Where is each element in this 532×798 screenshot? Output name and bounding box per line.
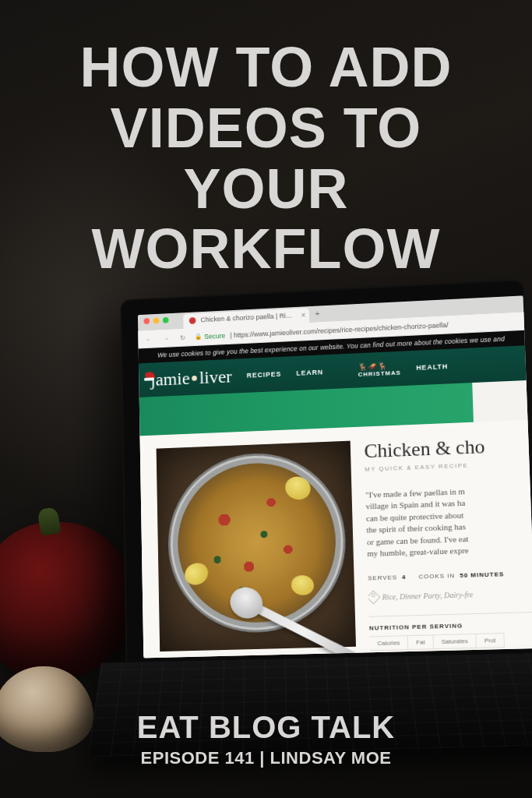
- nav-learn[interactable]: LEARN: [296, 369, 323, 377]
- nutrition-cell: Fat: [407, 635, 434, 651]
- promo-graphic: HOW TO ADD VIDEOS TO YOUR WORKFLOW Chick…: [0, 0, 532, 798]
- maximize-window-icon[interactable]: [163, 317, 169, 323]
- nav-christmas-label: CHRISTMAS: [358, 369, 401, 378]
- nav-recipes[interactable]: RECIPES: [247, 370, 282, 380]
- headline-line-3: WORKFLOW: [31, 219, 501, 280]
- cooks-label: COOKS IN: [418, 573, 455, 581]
- recipe-meta: SERVES 4 COOKS IN 50 MINUTES: [368, 570, 532, 582]
- nav-christmas[interactable]: 🦌🛷🦌 CHRISTMAS: [358, 361, 401, 378]
- tag-icon: [366, 591, 380, 605]
- nav-health[interactable]: HEALTH: [416, 362, 448, 372]
- nutrition-cell: Saturates: [432, 634, 477, 649]
- logo-text-1: jamie: [150, 368, 190, 390]
- footer: EAT BLOG TALK EPISODE 141 | LINDSAY MOE: [0, 710, 532, 768]
- close-window-icon[interactable]: [144, 318, 150, 324]
- cooks-value: 50 MINUTES: [460, 571, 504, 580]
- recipe-title: Chicken & cho: [364, 433, 529, 463]
- recipe-photo: [157, 441, 356, 651]
- close-tab-icon[interactable]: ×: [301, 311, 305, 320]
- brand-name: EAT BLOG TALK: [0, 710, 532, 745]
- tab-title: Chicken & chorizo paella | Ri…: [200, 312, 292, 323]
- lemon-wedge-icon: [181, 559, 211, 588]
- logo-text-2: liver: [199, 366, 232, 388]
- recipe-page: Chicken & cho MY QUICK & EASY RECIPE "I'…: [140, 420, 532, 659]
- nutrition-cell: Prot: [475, 633, 504, 648]
- secure-label: Secure: [204, 332, 225, 341]
- laptop-screen-bezel: Chicken & chorizo paella | Ri… × + ← → ↻…: [120, 279, 532, 672]
- headline: HOW TO ADD VIDEOS TO YOUR WORKFLOW: [0, 37, 532, 280]
- recipe-text-column: Chicken & cho MY QUICK & EASY RECIPE "I'…: [364, 433, 532, 652]
- window-controls[interactable]: [144, 317, 169, 324]
- lemon-wedge-icon: [290, 574, 315, 596]
- recipe-intro-quote: "I've made a few paellas in m village in…: [365, 483, 532, 560]
- recipe-tags[interactable]: Rice, Dinner Party, Dairy-fre: [368, 588, 532, 602]
- divider: [369, 612, 532, 617]
- episode-line: EPISODE 141 | LINDSAY MOE: [0, 748, 532, 768]
- headline-line-2: VIDEOS TO YOUR: [31, 98, 501, 220]
- recipe-tags-text: Rice, Dinner Party, Dairy-fre: [382, 591, 473, 602]
- lock-icon: 🔒: [195, 333, 203, 340]
- nav-back-forward-icons[interactable]: ← → ↻: [146, 334, 191, 343]
- nutrition-heading: NUTRITION PER SERVING: [369, 620, 532, 632]
- laptop-screen: Chicken & chorizo paella | Ri… × + ← → ↻…: [138, 295, 532, 658]
- serves-value: 4: [402, 574, 407, 581]
- nutrition-cell: Calories: [368, 636, 408, 651]
- spoon-icon: [245, 598, 364, 658]
- lemon-wedge-icon: [282, 474, 313, 503]
- nutrition-table: Calories Fat Saturates Prot: [369, 632, 532, 651]
- serves-label: SERVES: [368, 574, 397, 582]
- favicon-icon: [189, 317, 196, 324]
- minimize-window-icon[interactable]: [153, 318, 160, 324]
- site-logo[interactable]: jamie liver: [149, 366, 232, 390]
- new-tab-icon[interactable]: +: [315, 309, 320, 318]
- paella-pan: [177, 461, 338, 625]
- logo-dot-icon: [192, 375, 197, 380]
- headline-line-1: HOW TO ADD: [31, 37, 501, 98]
